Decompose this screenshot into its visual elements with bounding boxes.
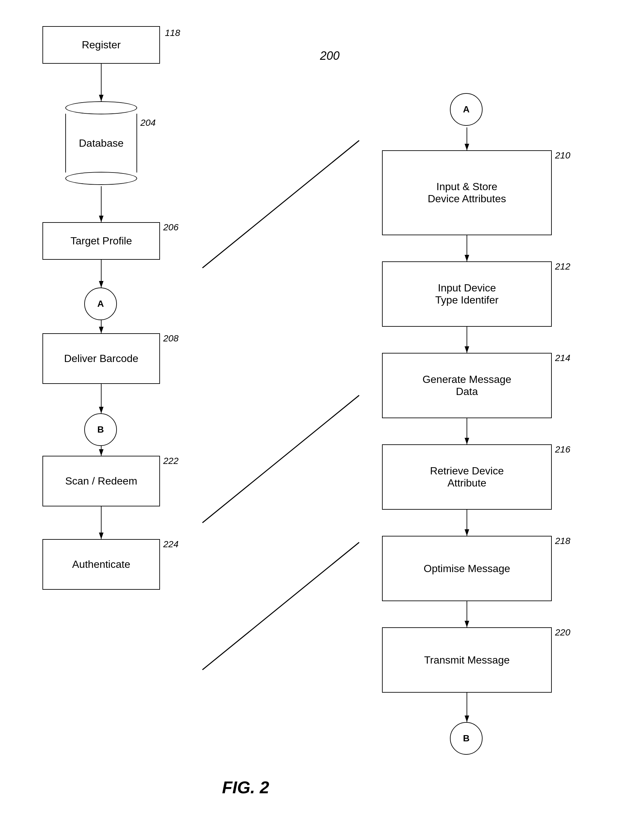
ref-210: 210 <box>555 150 570 161</box>
optimise-message-label: Optimise Message <box>424 563 510 575</box>
connector-b-left: B <box>84 413 117 446</box>
retrieve-device-box: Retrieve Device Attribute <box>382 444 552 510</box>
db-top <box>65 101 137 114</box>
ref-200: 200 <box>320 49 339 63</box>
input-device-type-label: Input Device Type Identifer <box>435 282 498 306</box>
transmit-message-label: Transmit Message <box>424 654 510 666</box>
ref-224: 224 <box>163 539 179 550</box>
deliver-barcode-box: Deliver Barcode <box>42 333 160 384</box>
generate-message-box: Generate Message Data <box>382 353 552 418</box>
ref-220: 220 <box>555 627 570 638</box>
target-profile-box: Target Profile <box>42 222 160 260</box>
db-bottom <box>65 172 137 185</box>
connector-b-left-label: B <box>97 424 104 435</box>
connector-b-right-label: B <box>463 733 470 744</box>
transmit-message-box: Transmit Message <box>382 627 552 693</box>
db-body: Database <box>65 114 137 173</box>
svg-line-17 <box>203 542 359 670</box>
ref-218: 218 <box>555 536 570 546</box>
ref-204: 204 <box>140 118 156 128</box>
scan-redeem-label: Scan / Redeem <box>65 475 138 487</box>
connector-a-left: A <box>84 287 117 320</box>
ref-118: 118 <box>165 28 180 38</box>
connector-b-right: B <box>450 722 483 755</box>
target-profile-label: Target Profile <box>71 235 132 247</box>
ref-214: 214 <box>555 353 570 363</box>
ref-216: 216 <box>555 444 570 455</box>
ref-206: 206 <box>163 222 179 232</box>
ref-212: 212 <box>555 261 570 272</box>
ref-222: 222 <box>163 456 179 466</box>
input-store-label: Input & Store Device Attributes <box>428 181 506 205</box>
connector-a-right: A <box>450 93 483 126</box>
optimise-message-box: Optimise Message <box>382 536 552 601</box>
input-device-type-box: Input Device Type Identifer <box>382 261 552 327</box>
connector-a-right-label: A <box>463 104 470 115</box>
database-label: Database <box>79 137 124 149</box>
input-store-box: Input & Store Device Attributes <box>382 150 552 235</box>
generate-message-label: Generate Message Data <box>423 374 511 398</box>
svg-line-16 <box>203 395 359 523</box>
register-box: Register <box>42 26 160 64</box>
authenticate-box: Authenticate <box>42 539 160 590</box>
figure-caption: FIG. 2 <box>222 778 269 797</box>
database-cylinder: Database <box>65 101 137 185</box>
ref-208: 208 <box>163 333 179 344</box>
authenticate-label: Authenticate <box>72 558 130 570</box>
connector-a-left-label: A <box>97 299 104 309</box>
scan-redeem-box: Scan / Redeem <box>42 456 160 506</box>
deliver-barcode-label: Deliver Barcode <box>64 352 138 365</box>
register-label: Register <box>82 39 120 51</box>
svg-line-15 <box>203 140 359 268</box>
retrieve-device-label: Retrieve Device Attribute <box>430 465 504 489</box>
diagram-container: Register 118 Database 204 Target Profile… <box>0 0 621 840</box>
